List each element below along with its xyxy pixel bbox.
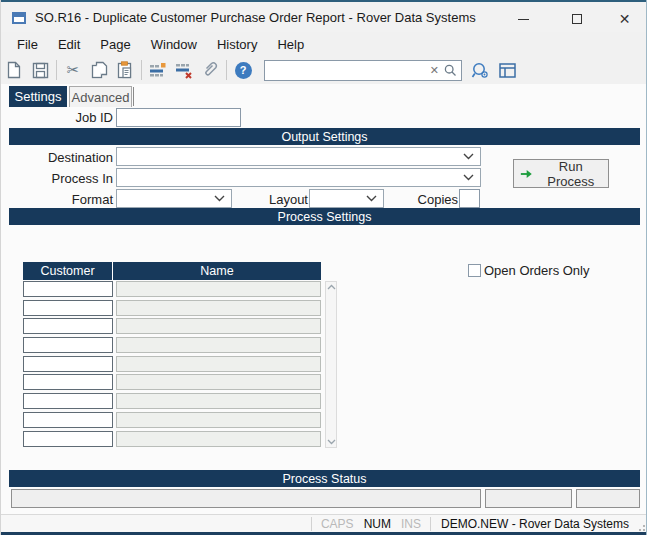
table-row [23, 318, 321, 337]
process-status-header: Process Status [9, 470, 640, 487]
table-row [23, 356, 321, 375]
copy-icon [91, 61, 108, 79]
search-input[interactable]: ✕ [264, 60, 462, 81]
form-area: Settings Advanced Job ID Output Settings… [1, 84, 647, 514]
resize-grip[interactable] [635, 521, 645, 531]
insert-mode-indicator: INS [396, 517, 426, 531]
menu-help[interactable]: Help [267, 34, 314, 55]
table-scrollbar[interactable] [325, 281, 337, 448]
menu-window[interactable]: Window [141, 34, 207, 55]
table-row [23, 374, 321, 393]
name-cell [116, 318, 321, 334]
menu-edit[interactable]: Edit [48, 34, 90, 55]
minimize-icon [518, 19, 529, 20]
layout-select[interactable] [309, 189, 384, 208]
window-title: SO.R16 - Duplicate Customer Purchase Ord… [35, 10, 476, 25]
chevron-down-icon [214, 195, 225, 202]
copies-input[interactable] [459, 189, 480, 208]
name-cell [116, 281, 321, 297]
open-orders-only-checkbox[interactable] [468, 264, 481, 277]
table-row [23, 412, 321, 431]
scroll-down-icon[interactable] [327, 439, 336, 445]
toolbar-separator [141, 60, 142, 80]
title-bar[interactable]: SO.R16 - Duplicate Customer Purchase Ord… [1, 2, 647, 32]
paste-button[interactable] [112, 59, 138, 81]
customer-cell-input[interactable] [23, 412, 113, 428]
tab-advanced[interactable]: Advanced [69, 86, 132, 107]
save-button[interactable] [27, 59, 53, 81]
menu-bar: File Edit Page Window History Help [1, 32, 647, 56]
caps-lock-indicator: CAPS [316, 517, 359, 531]
delete-line-button[interactable] [171, 59, 197, 81]
run-process-button[interactable]: Run Process [513, 159, 609, 188]
search-icon[interactable] [444, 64, 457, 77]
layout-panels-icon [499, 63, 516, 78]
delete-line-icon [175, 62, 194, 79]
minimize-button[interactable] [501, 4, 546, 34]
process-in-select[interactable] [116, 168, 481, 187]
menu-history[interactable]: History [207, 34, 267, 55]
layout-panels-button[interactable] [494, 59, 520, 81]
cut-icon: ✂ [67, 61, 80, 79]
format-label: Format [72, 192, 113, 207]
chevron-down-icon [463, 174, 474, 181]
customer-cell-input[interactable] [23, 281, 113, 297]
customer-column-header: Customer [23, 262, 113, 280]
run-process-label: Run Process [540, 159, 602, 189]
customer-cell-input[interactable] [23, 356, 113, 372]
customer-cell-input[interactable] [23, 337, 113, 353]
toolbar-separator [226, 60, 227, 80]
num-lock-indicator: NUM [359, 517, 396, 531]
table-row [23, 281, 321, 300]
open-orders-only-label: Open Orders Only [484, 263, 590, 278]
job-id-label: Job ID [75, 110, 113, 125]
copies-label: Copies [418, 192, 458, 207]
maximize-button[interactable] [554, 4, 599, 34]
lookup-view-icon [471, 62, 491, 79]
menu-file[interactable]: File [7, 34, 48, 55]
process-status-field-3 [576, 489, 640, 508]
name-cell [116, 431, 321, 447]
job-id-input[interactable] [116, 108, 241, 127]
attachment-icon [201, 61, 219, 79]
scroll-up-icon[interactable] [327, 284, 336, 290]
cut-button[interactable]: ✂ [60, 59, 86, 81]
menu-page[interactable]: Page [90, 34, 140, 55]
process-in-label: Process In [52, 171, 113, 186]
process-status-message-field [11, 489, 481, 508]
new-document-button[interactable] [1, 59, 27, 81]
name-cell [116, 356, 321, 372]
tab-settings[interactable]: Settings [9, 86, 67, 107]
status-separator [311, 517, 312, 531]
tab-strip-divider [133, 87, 134, 106]
insert-line-button[interactable] [145, 59, 171, 81]
status-separator [430, 517, 431, 531]
destination-label: Destination [48, 150, 113, 165]
help-button[interactable]: ? [230, 59, 256, 81]
name-cell [116, 412, 321, 428]
layout-label: Layout [269, 192, 308, 207]
customer-cell-input[interactable] [23, 393, 113, 409]
toolbar: ✂ ? ✕ [1, 56, 647, 84]
close-button[interactable]: ✕ [602, 4, 647, 34]
chevron-down-icon [463, 153, 474, 160]
toolbar-separator [56, 60, 57, 80]
customer-cell-input[interactable] [23, 300, 113, 316]
name-cell [116, 393, 321, 409]
name-cell [116, 337, 321, 353]
copy-button[interactable] [86, 59, 112, 81]
format-select[interactable] [116, 189, 232, 208]
run-arrow-icon [520, 168, 533, 180]
customer-cell-input[interactable] [23, 374, 113, 390]
search-clear-icon[interactable]: ✕ [430, 65, 439, 76]
customer-cell-input[interactable] [23, 318, 113, 334]
customer-cell-input[interactable] [23, 431, 113, 447]
lookup-view-button[interactable] [468, 59, 494, 81]
process-status-field-2 [485, 489, 572, 508]
session-indicator: DEMO.NEW - Rover Data Systems [435, 517, 635, 531]
destination-select[interactable] [116, 147, 481, 166]
process-settings-header: Process Settings [9, 208, 640, 225]
name-column-header: Name [113, 262, 321, 280]
attachment-button[interactable] [197, 59, 223, 81]
table-row [23, 337, 321, 356]
